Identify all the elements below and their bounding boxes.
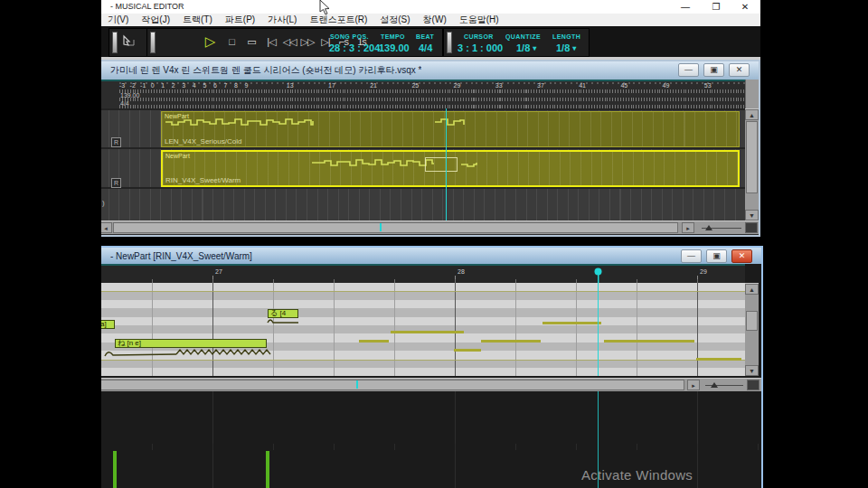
track-name-rin: RIN_V4X_Sweet/Warm <box>165 176 241 184</box>
ruler-ticks <box>119 98 745 101</box>
menu-item[interactable]: 기(V) <box>101 14 135 26</box>
track-window-title: 가미네 린 렌 V4x 린 스위트웜 렌 쿨드 시리어스 (숏버전 데모) 카리… <box>98 64 421 77</box>
chevron-down-icon: ▾ <box>572 44 576 52</box>
scroll-down-icon[interactable]: ▼ <box>745 365 759 376</box>
measure-label: 41 <box>579 82 586 89</box>
track-editor-window: 가미네 린 렌 V4x 린 스위트웜 렌 쿨드 시리어스 (숏버전 데모) 카리… <box>96 60 760 237</box>
measure-label: 17 <box>328 82 335 89</box>
length-select[interactable]: 1/8 ▾ <box>556 42 576 53</box>
pointer-tool-button[interactable] <box>120 33 144 51</box>
beat-tick <box>758 444 759 450</box>
menu-item[interactable]: 파트(P) <box>219 14 261 26</box>
restore-button[interactable]: ▣ <box>703 63 724 77</box>
beat-tick <box>697 444 698 450</box>
menu-item[interactable]: 창(W) <box>417 14 453 26</box>
cursor-value: 3 : 1 : 000 <box>458 42 503 53</box>
scrollbar-thumb[interactable] <box>746 121 758 193</box>
minimize-button[interactable]: — <box>678 63 699 77</box>
measure-label: 4 <box>193 82 196 89</box>
beat-value: 4/4 <box>419 42 432 53</box>
mouse-cursor <box>318 0 331 16</box>
close-button[interactable]: ✕ <box>729 63 750 77</box>
scroll-right-icon[interactable]: ▸ <box>682 222 694 233</box>
ruler-corner-box <box>745 80 759 108</box>
restore-button[interactable]: ▣ <box>706 249 727 263</box>
measure-label: 8 <box>234 82 238 89</box>
measure-label: 13 <box>287 82 294 89</box>
quantize-select[interactable]: 1/8 ▾ <box>516 42 536 53</box>
minimize-button[interactable]: — <box>675 1 695 13</box>
control-event-bar[interactable] <box>113 451 117 488</box>
measure-label: 37 <box>537 82 544 89</box>
menu-item[interactable]: 가사(L) <box>261 14 303 26</box>
menu-item[interactable]: 트랙(T) <box>176 14 219 26</box>
beat-tick <box>455 444 456 450</box>
beat-tick <box>637 444 637 450</box>
part-rin-selected[interactable]: NewPart RIN_V4X_Sweet/Warm <box>161 150 740 187</box>
scrollbar-thumb[interactable] <box>113 222 678 233</box>
part-len[interactable]: NewPart LEN_V4X_Serious/Cold <box>161 111 740 147</box>
zoom-slider-knob[interactable] <box>711 382 718 388</box>
piano-window-titlebar[interactable]: - NewPart [RIN_V4X_Sweet/Warm] —▣✕ <box>98 248 761 264</box>
restore-button[interactable]: ❐ <box>706 1 726 13</box>
menu-item[interactable]: 도움말(H) <box>453 14 505 26</box>
scroll-left-icon[interactable]: ◂ <box>99 222 112 233</box>
track-ruler[interactable]: -3-2-10123456789131721252933374145495357… <box>98 80 745 108</box>
track-area[interactable]: NewPart LEN_V4X_Serious/Cold NewPart RIN… <box>98 108 745 221</box>
track-name-len: LEN_V4X_Serious/Cold <box>165 137 241 145</box>
pitch-curves <box>98 283 745 376</box>
stop-button[interactable]: □ <box>223 33 240 51</box>
menu-item[interactable]: 트랜스포트(R) <box>303 14 373 26</box>
loop-button[interactable]: ▭ <box>243 33 259 51</box>
note-preview <box>162 112 739 146</box>
scrollbar-thumb[interactable] <box>99 380 684 390</box>
rewind-button[interactable]: ◁◁ <box>281 33 297 51</box>
control-event-bar[interactable] <box>266 451 269 488</box>
play-button[interactable]: ▷ <box>202 33 218 51</box>
toolbar-grip[interactable] <box>150 32 156 53</box>
scroll-right-icon[interactable]: ▸ <box>687 380 700 390</box>
to-start-button[interactable]: |◁ <box>263 33 279 51</box>
beat-tick <box>334 444 335 450</box>
beat-tick <box>576 444 577 450</box>
measure-label: 25 <box>411 82 419 89</box>
tempo-label: TEMPO <box>381 33 405 40</box>
scroll-down-icon[interactable]: ▼ <box>745 210 759 221</box>
close-button[interactable]: ✕ <box>735 1 755 13</box>
piano-horizontal-scrollbar[interactable]: ▸ <box>98 378 761 391</box>
playhead-marker[interactable] <box>594 267 602 283</box>
record-enable-track2[interactable]: R <box>111 178 121 188</box>
measure-label: 1 <box>161 82 165 89</box>
measure-label: 28 <box>458 268 465 275</box>
clipped-track-text: ) <box>102 199 105 207</box>
piano-ruler[interactable]: 272829 <box>98 264 745 283</box>
menu-item[interactable]: 작업(J) <box>135 14 176 26</box>
measure-label: 9 <box>245 82 249 89</box>
record-enable-track1[interactable]: R <box>111 137 121 147</box>
row-separator <box>98 108 745 110</box>
toolbar-grip[interactable] <box>447 32 452 53</box>
piano-vertical-scrollbar[interactable]: ▲ ▼ <box>745 283 759 376</box>
close-button[interactable]: ✕ <box>731 249 752 263</box>
piano-window-title: - NewPart [RIN_V4X_Sweet/Warm] <box>98 251 252 261</box>
scrollbar-thumb[interactable] <box>746 311 758 331</box>
track-window-titlebar[interactable]: 가미네 린 렌 V4x 린 스위트웜 렌 쿨드 시리어스 (숏버전 데모) 카리… <box>98 61 759 80</box>
transport-group: ▷□▭|◁◁◁▷▷▷|⌐s1s SONG POS. 28 : 3 : 204 T… <box>146 28 443 57</box>
measure-label: 6 <box>213 82 217 89</box>
minimize-button[interactable]: — <box>681 249 702 263</box>
scroll-up-icon[interactable]: ▲ <box>745 109 759 120</box>
zoom-slider-knob[interactable] <box>705 225 712 230</box>
scroll-up-icon[interactable]: ▲ <box>745 284 759 295</box>
toolbar-grip[interactable] <box>112 32 118 53</box>
measure-label: -2 <box>130 82 136 89</box>
note[interactable]: る [4 <box>268 309 298 318</box>
scrollbar-corner <box>745 222 758 233</box>
track-vertical-scrollbar[interactable]: ▲ ▼ <box>745 108 759 221</box>
track-horizontal-scrollbar[interactable]: ◂ ▸ <box>98 221 759 234</box>
fast-forward-button[interactable]: ▷▷ <box>299 33 316 51</box>
measure-label: 29 <box>454 82 461 89</box>
scrollbar-corner <box>747 380 760 390</box>
menu-item[interactable]: 설정(S) <box>373 14 416 26</box>
note[interactable]: ね [n e] <box>115 339 267 348</box>
note-grid[interactable]: a]る [4ね [n e] <box>98 283 745 376</box>
